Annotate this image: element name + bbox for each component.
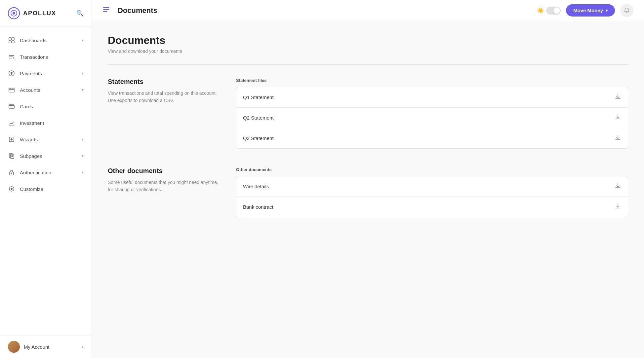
search-icon[interactable]: 🔍	[76, 10, 84, 17]
sidebar-item-label: Accounts	[20, 87, 40, 93]
download-icon	[615, 134, 621, 142]
menu-icon[interactable]	[102, 6, 110, 15]
file-item-wire-details[interactable]: Wire details	[236, 176, 628, 197]
svg-rect-6	[12, 41, 14, 43]
transactions-icon	[8, 53, 15, 60]
chevron-down-icon: ▾	[82, 170, 84, 175]
move-money-button[interactable]: Move Money ▾	[566, 4, 615, 17]
sidebar-logo: APOLLUX 🔍	[0, 0, 92, 27]
header-right: ☀️ Move Money ▾	[537, 4, 633, 17]
payments-icon	[8, 70, 15, 77]
download-icon	[615, 182, 621, 191]
sidebar-item-label: Subpages	[20, 153, 42, 159]
sidebar-item-wizards[interactable]: Wizards ▾	[0, 131, 92, 148]
chevron-down-icon: ▾	[82, 154, 84, 158]
sidebar-item-investment[interactable]: Investment	[0, 115, 92, 131]
sidebar-item-label: Customize	[20, 186, 43, 192]
sidebar-item-transactions[interactable]: Transactions	[0, 49, 92, 65]
customize-icon	[8, 185, 15, 193]
subpages-icon	[8, 152, 15, 160]
my-account-label: My Account	[24, 344, 50, 350]
statements-file-list: Q1 Statement Q2 Statement Q3 Statement	[236, 87, 628, 149]
statements-title: Statements	[108, 78, 220, 86]
page-subtitle: View and download your documents	[108, 49, 628, 54]
svg-rect-3	[9, 38, 11, 40]
statements-files-label: Statement files	[236, 78, 628, 83]
svg-point-15	[11, 173, 12, 174]
svg-point-17	[11, 188, 13, 190]
sidebar-item-dashboards[interactable]: Dashboards ▾	[0, 32, 92, 49]
theme-toggle[interactable]: ☀️	[537, 7, 561, 15]
notification-button[interactable]	[620, 4, 633, 17]
download-icon	[615, 93, 621, 101]
other-docs-right: Other documents Wire details Bank contra…	[236, 167, 628, 217]
sidebar-item-label: Investment	[20, 120, 44, 126]
svg-rect-10	[10, 107, 11, 107]
svg-rect-5	[9, 41, 11, 43]
chevron-down-icon: ▾	[82, 38, 84, 43]
svg-point-2	[13, 12, 15, 15]
accounts-icon	[8, 86, 15, 93]
chevron-down-icon: ▾	[82, 88, 84, 92]
divider	[108, 64, 628, 65]
toggle-thumb	[553, 7, 560, 14]
move-money-label: Move Money	[573, 8, 603, 13]
other-documents-section: Other documents Some useful documents th…	[108, 167, 628, 217]
sidebar-item-subpages[interactable]: Subpages ▾	[0, 148, 92, 164]
investment-icon	[8, 119, 15, 126]
sidebar-item-payments[interactable]: Payments ▾	[0, 65, 92, 82]
dashboards-icon	[8, 37, 15, 44]
sidebar-item-authentication[interactable]: Authentication ▾	[0, 164, 92, 181]
file-name-q3: Q3 Statement	[243, 135, 615, 141]
sidebar: APOLLUX 🔍 Dashboards ▾ Transactions Paym…	[0, 0, 92, 358]
page-title: Documents	[108, 34, 628, 47]
chevron-down-icon: ▾	[82, 137, 84, 142]
other-docs-file-list: Wire details Bank contract	[236, 176, 628, 217]
download-icon	[615, 203, 621, 211]
statements-desc: View transactions and total spending on …	[108, 90, 220, 104]
wizards-icon	[8, 136, 15, 143]
svg-rect-8	[9, 88, 14, 92]
sidebar-item-label: Authentication	[20, 170, 51, 175]
header-title: Documents	[118, 6, 532, 15]
file-name-bank-contract: Bank contract	[243, 204, 615, 210]
other-docs-files-label: Other documents	[236, 167, 628, 172]
chevron-down-icon: ▾	[82, 71, 84, 76]
sidebar-item-accounts[interactable]: Accounts ▾	[0, 82, 92, 98]
statements-left: Statements View transactions and total s…	[108, 78, 220, 149]
other-docs-left: Other documents Some useful documents th…	[108, 167, 220, 217]
file-name-q2: Q2 Statement	[243, 115, 615, 121]
sidebar-item-label: Cards	[20, 104, 33, 109]
sidebar-item-customize[interactable]: Customize	[0, 181, 92, 197]
file-item-q3[interactable]: Q3 Statement	[236, 128, 628, 148]
svg-rect-4	[12, 38, 14, 40]
avatar	[8, 341, 20, 353]
my-account-footer[interactable]: My Account ▴	[0, 335, 92, 358]
authentication-icon	[8, 169, 15, 176]
app-name: APOLLUX	[23, 10, 56, 17]
statements-right: Statement files Q1 Statement Q2 Statemen…	[236, 78, 628, 149]
sidebar-item-label: Transactions	[20, 54, 48, 60]
sun-icon: ☀️	[537, 7, 544, 14]
statements-section: Statements View transactions and total s…	[108, 78, 628, 149]
sidebar-item-label: Payments	[20, 71, 42, 76]
file-item-bank-contract[interactable]: Bank contract	[236, 197, 628, 217]
chevron-up-icon: ▴	[82, 344, 84, 349]
apollux-logo-icon	[8, 7, 20, 19]
sidebar-item-label: Wizards	[20, 137, 38, 142]
sidebar-item-cards[interactable]: Cards	[0, 98, 92, 115]
file-item-q2[interactable]: Q2 Statement	[236, 108, 628, 128]
main-content: Documents ☀️ Move Money ▾ Documents View…	[92, 0, 644, 358]
content-area: Documents View and download your documen…	[92, 21, 644, 358]
file-name-wire-details: Wire details	[243, 184, 615, 189]
cards-icon	[8, 103, 15, 110]
chevron-down-icon: ▾	[606, 8, 608, 13]
file-name-q1: Q1 Statement	[243, 94, 615, 100]
sidebar-item-label: Dashboards	[20, 38, 47, 43]
other-docs-desc: Some useful documents that you might nee…	[108, 179, 220, 194]
file-item-q1[interactable]: Q1 Statement	[236, 87, 628, 108]
other-docs-title: Other documents	[108, 167, 220, 175]
header: Documents ☀️ Move Money ▾	[92, 0, 644, 21]
toggle-track[interactable]	[546, 7, 561, 15]
download-icon	[615, 114, 621, 122]
